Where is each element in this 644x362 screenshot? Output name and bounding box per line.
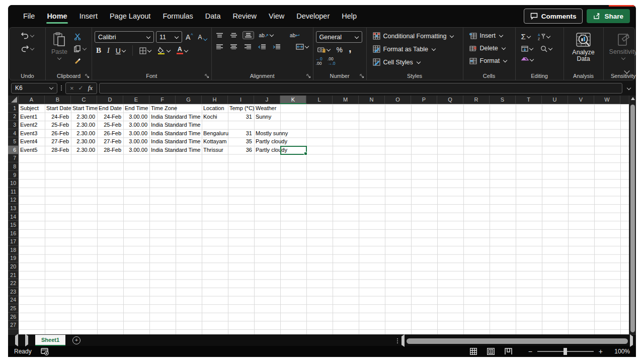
- format-as-table-button[interactable]: Format as Table: [372, 44, 460, 54]
- cell-I2[interactable]: 31: [228, 113, 254, 121]
- cell-C4[interactable]: 2.30.00: [71, 129, 97, 138]
- sort-filter-button[interactable]: AZ: [536, 32, 552, 41]
- row-header-2[interactable]: 2: [8, 113, 19, 121]
- column-header-H[interactable]: H: [202, 96, 228, 104]
- formula-input[interactable]: [99, 83, 622, 94]
- copy-button[interactable]: [72, 44, 88, 53]
- column-header-M[interactable]: M: [333, 96, 359, 104]
- cell-F2[interactable]: India Standard Time: [149, 113, 200, 121]
- insert-function-button[interactable]: fx: [88, 84, 93, 92]
- align-right-button[interactable]: [243, 43, 253, 50]
- font-name-select[interactable]: Calibri: [95, 31, 154, 43]
- collapse-ribbon-button[interactable]: [624, 67, 629, 76]
- cell-J5[interactable]: Partly cloudy: [254, 137, 287, 146]
- cell-H2[interactable]: Kochi: [202, 113, 217, 121]
- row-header-20[interactable]: 20: [8, 262, 19, 271]
- scroll-up-button[interactable]: [629, 97, 636, 103]
- next-sheet-button[interactable]: [25, 336, 28, 345]
- cells-area[interactable]: SubjectStart DateStart TimeEnd DateEnd T…: [19, 104, 629, 334]
- sensitivity-button[interactable]: Sensitivity: [606, 31, 636, 61]
- zoom-slider-thumb[interactable]: [564, 348, 567, 355]
- decrease-font-button[interactable]: A: [197, 33, 209, 42]
- decrease-decimal-button[interactable]: .00→.0: [328, 57, 336, 66]
- scroll-right-button[interactable]: [630, 336, 633, 345]
- cell-C6[interactable]: 2.30.00: [71, 146, 97, 154]
- clipboard-dialog-launcher-icon[interactable]: [85, 74, 90, 78]
- cell-B6[interactable]: 28-Feb: [45, 146, 71, 154]
- cell-D6[interactable]: 28-Feb: [97, 146, 123, 154]
- row-header-8[interactable]: 8: [8, 162, 19, 171]
- row-header-9[interactable]: 9: [8, 171, 19, 179]
- row-header-5[interactable]: 5: [8, 137, 19, 146]
- undo-button[interactable]: [19, 31, 36, 40]
- conditional-formatting-button[interactable]: Conditional Formatting: [372, 31, 460, 41]
- menu-tab-data[interactable]: Data: [200, 8, 226, 24]
- column-header-V[interactable]: V: [568, 96, 594, 104]
- menu-tab-review[interactable]: Review: [227, 8, 262, 24]
- column-header-J[interactable]: J: [254, 96, 280, 104]
- cut-button[interactable]: [72, 32, 88, 41]
- format-painter-button[interactable]: [72, 56, 88, 65]
- increase-font-button[interactable]: A^: [184, 32, 195, 42]
- cell-A6[interactable]: Event5: [19, 146, 37, 154]
- fill-handle[interactable]: [304, 152, 307, 155]
- new-sheet-button[interactable]: +: [72, 336, 80, 344]
- cell-F6[interactable]: India Standard Time: [149, 146, 200, 154]
- cell-D5[interactable]: 27-Feb: [97, 137, 123, 146]
- menu-tab-page-layout[interactable]: Page Layout: [105, 8, 155, 24]
- number-format-select[interactable]: General: [316, 31, 362, 43]
- menu-tab-view[interactable]: View: [264, 8, 289, 24]
- number-dialog-launcher-icon[interactable]: [360, 74, 364, 78]
- cell-B1[interactable]: Start Date: [45, 104, 71, 113]
- format-cells-button[interactable]: Format: [468, 56, 513, 65]
- row-header-25[interactable]: 25: [8, 304, 19, 313]
- cell-H6[interactable]: Thrissur: [202, 146, 223, 154]
- vertical-scrollbar-thumb[interactable]: [630, 105, 635, 332]
- font-size-select[interactable]: 11: [156, 31, 182, 43]
- column-header-R[interactable]: R: [463, 96, 490, 104]
- row-header-17[interactable]: 17: [8, 238, 19, 246]
- row-header-7[interactable]: 7: [8, 154, 19, 163]
- orientation-button[interactable]: ab↗: [258, 32, 276, 39]
- undo-dropdown-chevron[interactable]: [30, 33, 34, 37]
- column-header-N[interactable]: N: [359, 96, 385, 104]
- cell-H5[interactable]: Kottayam: [202, 137, 226, 146]
- cell-B2[interactable]: 24-Feb: [45, 113, 71, 121]
- wrap-text-button[interactable]: ab↩: [288, 32, 301, 39]
- cell-F4[interactable]: India Standard Time: [149, 129, 200, 138]
- paste-button[interactable]: Paste: [48, 31, 70, 61]
- scroll-left-button[interactable]: [401, 336, 405, 345]
- underline-button[interactable]: U: [114, 46, 127, 56]
- cell-A5[interactable]: Event4: [19, 137, 37, 146]
- zoom-in-button[interactable]: +: [599, 347, 603, 355]
- row-header-27[interactable]: 27: [8, 321, 19, 329]
- insert-cells-button[interactable]: Insert: [468, 31, 513, 40]
- zoom-slider[interactable]: [537, 351, 594, 352]
- zoom-percentage[interactable]: 100%: [611, 348, 630, 355]
- analyze-data-button[interactable]: Analyze Data: [567, 31, 601, 63]
- row-header-4[interactable]: 4: [8, 129, 19, 138]
- column-header-T[interactable]: T: [516, 96, 542, 104]
- row-header-23[interactable]: 23: [8, 288, 19, 296]
- find-select-button[interactable]: [539, 44, 554, 53]
- row-header-21[interactable]: 21: [8, 271, 19, 280]
- italic-button[interactable]: I: [106, 46, 111, 56]
- sheet-tab-sheet1[interactable]: Sheet1: [35, 335, 65, 346]
- cell-C1[interactable]: Start Time: [71, 104, 98, 113]
- cell-D2[interactable]: 24-Feb: [97, 113, 123, 121]
- middle-align-button[interactable]: [228, 32, 239, 39]
- cell-D1[interactable]: End Date: [97, 104, 122, 113]
- menu-tab-help[interactable]: Help: [337, 8, 362, 24]
- bold-button[interactable]: B: [95, 45, 103, 56]
- cell-E4[interactable]: 3.00.00: [123, 129, 149, 138]
- accounting-format-button[interactable]: [316, 46, 332, 54]
- decrease-indent-button[interactable]: [257, 43, 268, 50]
- align-center-button[interactable]: [228, 43, 239, 50]
- cell-J2[interactable]: Sunny: [254, 113, 271, 121]
- cell-B4[interactable]: 26-Feb: [45, 129, 71, 138]
- cell-D3[interactable]: 25-Feb: [97, 121, 123, 129]
- percent-style-button[interactable]: %: [335, 45, 344, 55]
- bottom-align-button[interactable]: [243, 31, 254, 39]
- paste-dropdown-chevron[interactable]: [57, 56, 61, 60]
- horizontal-scrollbar[interactable]: [395, 336, 633, 345]
